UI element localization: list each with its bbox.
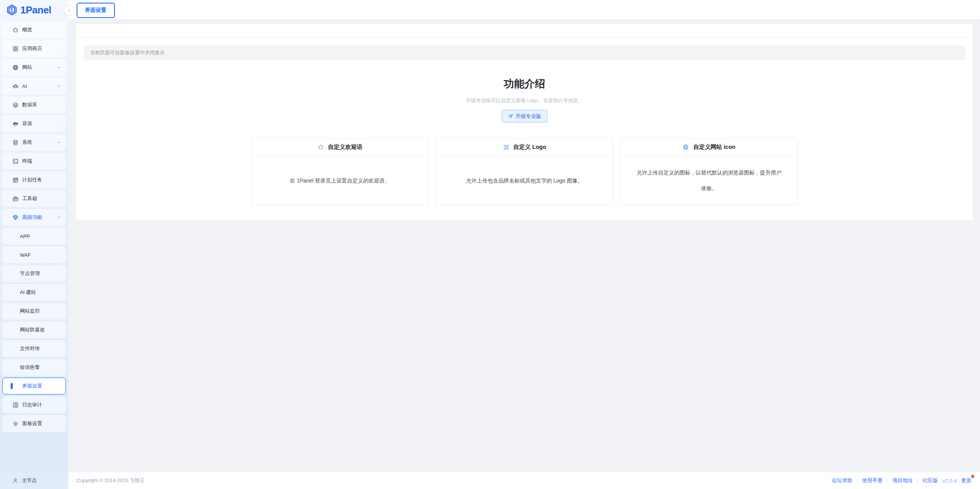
sidebar-item-高级功能[interactable]: 高级功能 [2,209,66,226]
footer: Copyright © 2014-2025 飞致云 论坛求助使用手册项目地址社区… [68,472,980,489]
sidebar-item-label: 应用商店 [22,45,42,52]
sidebar-item-系统[interactable]: 系统 [2,134,66,151]
page-subtitle: 升级专业版可以自定义面板 Logo、欢迎简介等信息。 [84,97,965,104]
footer-link-项目地址[interactable]: 项目地址 [892,477,913,484]
alert-text: 当前页面可在面板设置中关闭显示 [90,49,165,56]
sidebar-item-界面设置[interactable]: 界面设置 [2,378,66,394]
sidebar-item-终端[interactable]: 终端 [2,153,66,170]
sidebar-item-WAF[interactable]: WAF [2,246,66,263]
chevron-left-icon [67,8,72,13]
terminal-icon [12,158,19,165]
version-text: v2.0.4 [942,478,957,484]
update-link[interactable]: 更新 [961,477,972,484]
layers-icon [12,102,19,108]
home-icon [317,144,324,151]
sidebar-item-文件对传[interactable]: 文件对传 [2,340,66,357]
sidebar-item-工具箱[interactable]: 工具箱 [2,190,66,207]
feature-card-desc: 允许上传包含品牌名称或其他文字的 Logo 图像。 [466,173,583,189]
card-body: 当前页面可在面板设置中关闭显示 功能介绍 升级专业版可以自定义面板 Logo、欢… [76,38,973,220]
feature-card-1: 自定义欢迎语在 1Panel 登录页上设置自定义的欢迎语。 [251,138,429,205]
chevron-down-icon [57,84,61,88]
footer-link-divider [887,478,888,483]
footer-link-社区版[interactable]: 社区版 [923,477,938,484]
node-selector[interactable]: 主节点 [0,471,68,489]
tab-label: 界面设置 [85,7,106,14]
bar-icon [11,383,17,390]
footer-link-使用手册[interactable]: 使用手册 [862,477,883,484]
content-card: 当前页面可在面板设置中关闭显示 功能介绍 升级专业版可以自定义面板 Logo、欢… [76,24,973,220]
sidebar-item-label: 界面设置 [22,383,42,390]
feature-card-body: 允许上传包含品牌名称或其他文字的 Logo 图像。 [436,156,613,205]
feature-card-header: 自定义欢迎语 [252,138,429,156]
info-alert: 当前页面可在面板设置中关闭显示 [84,46,965,60]
sidebar-item-label: AI 建站 [20,289,36,296]
sidebar-item-label: 网站防篡改 [20,326,45,333]
card-header [76,24,973,38]
sidebar-item-数据库[interactable]: 数据库 [2,96,66,113]
sidebar-item-网站监控[interactable]: 网站监控 [2,303,66,319]
sidebar-item-AI 建站[interactable]: AI 建站 [2,284,66,301]
chevron-up-icon [57,215,61,220]
sidebar-item-label: 短信告警 [20,364,40,371]
sidebar-item-概览[interactable]: 概览 [2,21,66,38]
sidebar-item-AI[interactable]: AI [2,78,66,95]
feature-card-header: 自定义网站 icon [621,138,798,156]
sidebar-item-节点管理[interactable]: 节点管理 [2,265,66,282]
sidebar-item-label: 系统 [22,139,32,146]
sidebar-item-应用商店[interactable]: 应用商店 [2,40,66,57]
app-title: 1Panel [20,4,51,16]
feature-card-body: 允许上传自定义的图标，以替代默认的浏览器图标，提升用户体验。 [621,156,798,205]
sidebar-item-label: 网站 [22,64,32,71]
sidebar-item-label: 节点管理 [20,270,40,277]
feature-card-body: 在 1Panel 登录页上设置自定义的欢迎语。 [252,156,429,205]
sidebar-item-label: 高级功能 [22,214,42,221]
sidebar-item-label: 终端 [22,158,32,165]
home-icon [12,27,19,33]
sidebar-item-label: 数据库 [22,101,37,108]
gear-icon [12,421,19,427]
sidebar-collapse-button[interactable] [64,5,74,16]
1panel-logo-icon [6,4,18,16]
sidebar-item-网站防篡改[interactable]: 网站防篡改 [2,321,66,338]
sidebar-item-label: 网站监控 [20,308,40,315]
feature-cards: 自定义欢迎语在 1Panel 登录页上设置自定义的欢迎语。自定义 Logo允许上… [84,138,965,205]
sidebar-item-label: 概览 [22,26,32,33]
sidebar-item-短信告警[interactable]: 短信告警 [2,359,66,376]
calendar-icon [12,177,19,183]
sidebar-item-容器[interactable]: 容器 [2,115,66,132]
sidebar-item-网站[interactable]: 网站 [2,59,66,76]
feature-card-desc: 允许上传自定义的图标，以替代默认的浏览器图标，提升用户体验。 [635,165,784,196]
sidebar-item-面板设置[interactable]: 面板设置 [2,415,66,432]
robot-icon [12,83,19,90]
app-logo[interactable]: 1Panel [0,0,68,20]
feature-card-header: 自定义 Logo [436,138,613,156]
sidebar-item-APP[interactable]: APP [2,228,66,245]
loglist-icon [12,402,19,408]
sidebar-item-label: AI [22,83,27,89]
footer-link-divider [857,478,857,483]
node-label: 主节点 [22,477,37,484]
globe-icon [12,64,19,71]
sidebar-item-label: 容器 [22,120,32,127]
main-area: 当前页面可在面板设置中关闭显示 功能介绍 升级专业版可以自定义面板 Logo、欢… [68,19,980,472]
user-icon [12,478,18,484]
tab-interface-settings[interactable]: 界面设置 [77,3,115,18]
sidebar-item-label: 计划任务 [22,176,42,183]
sidebar-item-计划任务[interactable]: 计划任务 [2,171,66,188]
update-badge-dot [971,475,974,478]
docker-icon [12,121,19,127]
upgrade-pro-label: 升级专业版 [515,113,542,120]
feature-card-3: 自定义网站 icon允许上传自定义的图标，以替代默认的浏览器图标，提升用户体验。 [620,138,798,205]
feature-card-desc: 在 1Panel 登录页上设置自定义的欢迎语。 [290,173,390,189]
sidebar-item-label: APP [20,233,30,239]
server-icon [12,139,19,146]
upgrade-pro-button[interactable]: 升级专业版 [502,110,548,122]
feature-card-2: 自定义 Logo允许上传包含品牌名称或其他文字的 Logo 图像。 [436,138,614,205]
page-title: 功能介绍 [84,77,965,91]
footer-link-论坛求助[interactable]: 论坛求助 [832,477,852,484]
sidebar-item-label: 文件对传 [20,345,40,352]
copyright-text: Copyright © 2014-2025 飞致云 [77,477,144,484]
topbar: 界面设置 [68,0,980,19]
chevron-down-icon [57,65,61,70]
sidebar-item-日志审计[interactable]: 日志审计 [2,396,66,413]
